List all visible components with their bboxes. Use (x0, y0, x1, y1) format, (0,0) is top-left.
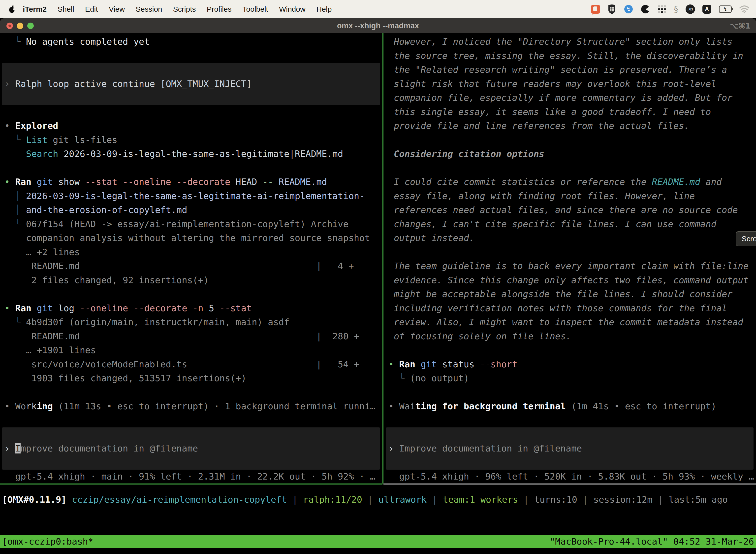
dots-grid-icon[interactable] (657, 5, 667, 14)
terminal-line: README.md | 280 + (0, 329, 382, 343)
terminal-line-blank (0, 49, 382, 63)
svg-text:↯: ↯ (626, 6, 631, 12)
menu-item-window[interactable]: Window (273, 5, 311, 13)
terminal-line-blank (384, 133, 756, 147)
terminal-line-blank (384, 413, 756, 428)
terminal-line: gpt-5.4 xhigh · main · 91% left · 2.31M … (0, 469, 382, 484)
terminal-line: │ 2026-03-09-is-legal-the-same-as-legiti… (0, 189, 382, 203)
keypad-shield-icon[interactable] (608, 4, 616, 14)
terminal-line: • Waiting for background terminal (1m 41… (384, 399, 756, 413)
terminal-line: └ No agents completed yet (0, 35, 382, 49)
terminal-line: The team guideline is to back every impo… (384, 259, 756, 273)
terminal-content[interactable]: └ No agents completed yet› Ralph loop ac… (0, 33, 756, 554)
terminal-line: └ (no output) (384, 371, 756, 385)
terminal-line: 2 files changed, 92 insertions(+) (0, 273, 382, 287)
terminal-line: provide file and line references from th… (384, 119, 756, 133)
terminal-line: 1903 files changed, 513517 insertions(+) (0, 371, 382, 385)
terminal-line: gpt-5.4 xhigh · 96% left · 520K in · 5.8… (384, 469, 756, 484)
window-title: omx --xhigh --madmax (0, 21, 756, 30)
menu-items: iTerm2ShellEditViewSessionScriptsProfile… (18, 5, 337, 13)
terminal-pane-right[interactable]: However, I noticed the "Directory Struct… (384, 35, 756, 484)
terminal-line: └ List git ls-files (0, 133, 382, 147)
terminal-line: companion file, especially if more comme… (384, 91, 756, 105)
terminal-line-blank (0, 287, 382, 301)
menubar-status-icons: ↯ § ..61 A ↯ (591, 4, 750, 14)
wifi-icon[interactable] (739, 5, 750, 13)
menu-item-view[interactable]: View (104, 5, 130, 13)
terminal-line: changes, I can't cite specific file line… (384, 217, 756, 231)
menu-item-profiles[interactable]: Profiles (201, 5, 237, 13)
screen-toast[interactable]: Scre (736, 231, 756, 246)
desktop: iTerm2ShellEditViewSessionScriptsProfile… (0, 0, 756, 554)
terminal-line: … +2 lines (0, 245, 382, 259)
omx-status-bar: [OMX#0.11.9] cczip/essay/ai-reimplementa… (2, 493, 728, 507)
menu-bar: iTerm2ShellEditViewSessionScriptsProfile… (0, 0, 756, 18)
prompt-input-line[interactable]: › Ralph loop active continue [OMX_TMUX_I… (2, 77, 380, 91)
terminal-line: references need actual files, and since … (384, 203, 756, 217)
terminal-line: • Ran git show --stat --oneline --decora… (0, 175, 382, 189)
prompt-input-box[interactable]: › Improve documentation in @filename (386, 428, 754, 469)
terminal-line: … +1901 lines (0, 343, 382, 357)
prompt-input-box[interactable]: › Improve documentation in @filename (2, 428, 380, 469)
tmux-host-clock-label: "MacBook-Pro-44.local" 04:52 31-Mar-26 (550, 536, 754, 547)
terminal-line: including verification notes with those … (384, 301, 756, 316)
apple-menu-icon[interactable] (8, 5, 16, 13)
terminal-line-blank (384, 245, 756, 259)
terminal-line: Search 2026-03-09-is-legal-the-same-as-l… (0, 147, 382, 161)
terminal-line: review. Also, I might want to inspect th… (384, 315, 756, 329)
menu-item-scripts[interactable]: Scripts (168, 5, 201, 13)
tmux-status-bar: [omx-cczip0:bash* "MacBook-Pro-44.local"… (0, 535, 756, 548)
terminal-line: │ and-the-erosion-of-copyleft.md (0, 203, 382, 217)
terminal-line: • Ran git status --short (384, 357, 756, 372)
timer-badge-icon[interactable]: ..61 (686, 4, 695, 14)
terminal-window: omx --xhigh --madmax ⌥⌘1 └ No agents com… (0, 18, 756, 554)
pane-divider[interactable] (382, 33, 383, 484)
pie-circle-icon[interactable] (641, 4, 650, 14)
input-source-icon[interactable]: A (702, 5, 711, 14)
terminal-line: might be acceptable alongside the file l… (384, 287, 756, 301)
terminal-line: companion analysis without altering the … (0, 231, 382, 245)
screen-toast-label: Scre (742, 234, 756, 243)
prompt-input-line[interactable]: › Improve documentation in @filename (386, 442, 754, 456)
menu-item-iterm2[interactable]: iTerm2 (18, 5, 52, 13)
menu-item-toolbelt[interactable]: Toolbelt (237, 5, 273, 13)
terminal-line: evidence. Since this change only affects… (384, 273, 756, 287)
terminal-line: README.md | 4 + (0, 259, 382, 273)
terminal-line: However, I noticed the "Directory Struct… (384, 35, 756, 49)
terminal-line: Considering citation options (384, 147, 756, 161)
terminal-line-blank (0, 413, 382, 428)
title-bar[interactable]: omx --xhigh --madmax ⌥⌘1 (0, 18, 756, 33)
terminal-line: output instead. (384, 231, 756, 245)
terminal-line: src/voice/voiceModeEnabled.ts | 54 + (0, 357, 382, 372)
terminal-pane-left[interactable]: └ No agents completed yet› Ralph loop ac… (0, 35, 382, 484)
menu-item-edit[interactable]: Edit (80, 5, 104, 13)
hook-icon[interactable]: § (674, 4, 678, 14)
terminal-line: • Ran git log --oneline --decorate -n 5 … (0, 301, 382, 316)
terminal-line: essay file, along with finding root file… (384, 189, 756, 203)
prompt-input-line[interactable]: › Improve documentation in @filename (2, 442, 380, 456)
terminal-line: └ 4b9d30f (origin/main, instructkr/main,… (0, 315, 382, 329)
terminal-line-blank (0, 161, 382, 175)
terminal-line: • Working (11m 13s • esc to interrupt) ·… (0, 399, 382, 413)
terminal-line-blank (0, 105, 382, 119)
terminal-line: the source tree, missing the essay. Stil… (384, 49, 756, 63)
menu-item-session[interactable]: Session (130, 5, 168, 13)
window-shortcut-hint: ⌥⌘1 (730, 21, 751, 30)
blue-seal-icon[interactable]: ↯ (624, 4, 633, 14)
terminal-line-blank (384, 161, 756, 175)
terminal-line: of focusing solely on file lines. (384, 329, 756, 343)
battery-icon[interactable]: ↯ (719, 5, 732, 13)
terminal-line: this single essay, it seems like a good … (384, 105, 756, 119)
terminal-line: I could cite commit statistics or refere… (384, 175, 756, 189)
menu-item-help[interactable]: Help (311, 5, 337, 13)
charging-bolt-icon: ↯ (723, 6, 728, 12)
terminal-line-blank (384, 385, 756, 400)
terminal-line: • Explored (0, 119, 382, 133)
prompt-input-box[interactable]: › Ralph loop active continue [OMX_TMUX_I… (2, 63, 380, 105)
right-pane-bottom-border (383, 484, 756, 485)
left-pane-bottom-border (0, 484, 382, 485)
chat-badge-icon[interactable] (591, 5, 600, 14)
tmux-session-window-label[interactable]: [omx-cczip0:bash* (2, 536, 93, 547)
terminal-line: slight risk that future readers may over… (384, 77, 756, 91)
menu-item-shell[interactable]: Shell (52, 5, 80, 13)
